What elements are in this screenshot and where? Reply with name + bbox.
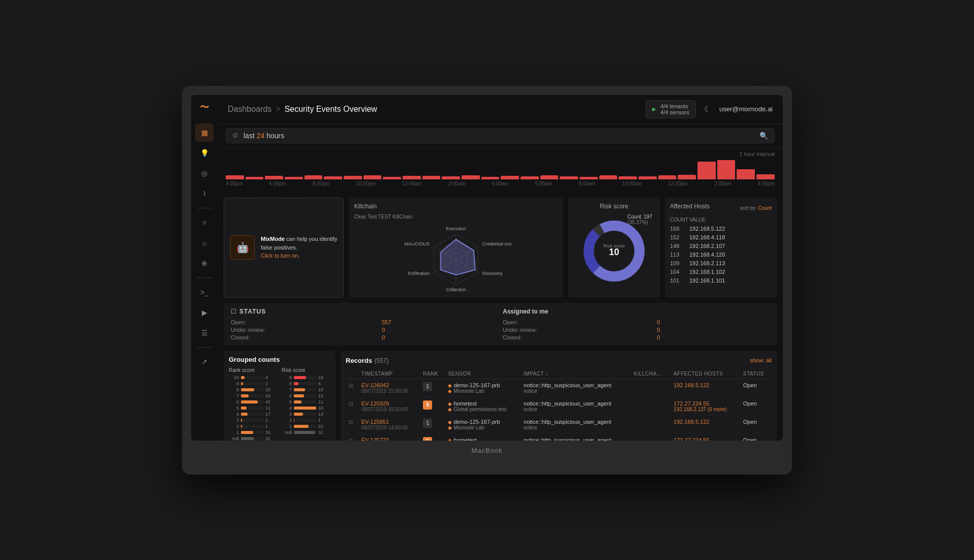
bottom-section: Grouped counts Rank score 10492833716642… [224,351,777,441]
event-link[interactable]: EV-125851 [361,419,417,425]
table-row: ⧉ EV-125770 08/07/2019 14:00:00 5 ◆ home… [346,433,772,441]
breadcrumb: Dashboards > Security Events Overview [228,105,377,114]
ai-cta[interactable]: Click to turn on. [261,253,299,259]
svg-text:Credential Access: Credential Access [482,241,512,246]
timeline-bar [383,177,401,179]
risk-bar-row: 615 [282,393,330,398]
rank-badge: 1 [423,382,432,391]
timestamp-cell: EV-125770 08/07/2019 14:00:00 [358,433,420,441]
timeline-label: 4:00pm [226,181,242,186]
svg-text:MALICIOUS: MALICIOUS [405,241,430,246]
ai-text: MixMode can help you identifyfalse posit… [261,235,337,260]
sidebar-item-circle[interactable]: ◎ [195,164,214,182]
sidebar-divider-3 [197,347,212,348]
search-query[interactable]: last 24 hours [244,132,754,140]
killchain-title: Killchain [354,203,558,210]
sensor-cell: ◆ demo-125-167-prb ◆ Mixmode Lab [445,379,521,397]
timeline-bar [580,177,598,179]
header-right: ▶ 4/4 tenants 4/4 sensors ☾ user@mixmode… [646,100,773,118]
event-link[interactable]: EV-125770 [361,437,417,441]
col-killchain: KILLCHA... [630,369,671,379]
risk-bar-row: 314 [282,412,330,417]
timeline-bar [285,177,303,179]
sidebar-item-export[interactable]: ↗ [195,353,214,371]
col-count: COUNT [670,217,685,223]
rank-badge: 5 [423,400,432,410]
sidebar-item-insights[interactable]: 💡 [195,144,214,162]
sidebar-divider-1 [197,208,212,208]
event-link[interactable]: EV-126042 [361,382,417,388]
status-grid: Open: 557 Under review: 0 Closed: 0 [231,319,498,340]
hosts-cell: 192.168.5.122 [671,379,740,397]
sidebar-item-trend[interactable]: ⌇ [195,184,214,203]
search-highlight: 24 [257,132,265,140]
col-impact: IMPACT ↓ [521,369,630,379]
affected-header: Affected Hosts sort by: Count [670,203,772,214]
risk-score-title: Risk score [282,367,330,373]
settings-icon[interactable]: ⚙ [232,132,238,139]
sidebar-item-globe[interactable]: ⊕ [195,254,214,272]
closed-label: Closed: [231,334,372,340]
rank-badge: 5 [423,437,432,441]
timeline-bar [481,177,500,179]
sensor-cell: ◆ hometest ◆ Global permissions test [445,433,521,441]
impact-cell: notice::http_suspicious_user_agent notic… [521,379,630,397]
rank-bar-row: 511 [229,406,278,411]
killchain-panel: Killchain Clear Text TEST KillChain [349,198,563,298]
copy-icon[interactable]: ⧉ [349,419,353,426]
col-value: VALUE [689,217,772,223]
sidebar-item-filter[interactable]: ▿ [195,213,214,232]
timeline-label: 8:00am [579,181,595,186]
col-rank: RANK [420,369,445,379]
svg-text:Exfiltration: Exfiltration [408,271,430,276]
svg-text:Collection: Collection [446,287,466,292]
assigned-ur-label: Under review: [503,327,647,333]
timeline-bar [658,175,677,179]
rank-cell: 1 [420,415,445,433]
sidebar-item-console[interactable]: >_ [195,283,214,301]
timeline-label: 8:00pm [313,181,329,186]
assigned-open-val: 0 [657,319,770,325]
timeline-label: 6:00am [535,181,552,186]
timeline-area: 1 hour interval 4:00pm6:00pm8:00pm10:00p… [218,148,783,192]
rank-bars: 104928337166425114173121130null31 [229,375,278,441]
timeline-bar [305,175,323,179]
copy-icon[interactable]: ⧉ [349,437,353,441]
status-title: STATUS [239,308,266,315]
risk-bar-row: 86 [282,381,330,386]
show-value[interactable]: all [766,357,772,363]
sidebar-item-play[interactable]: ▶ [195,303,214,322]
ai-banner[interactable]: 🤖 MixMode can help you identifyfalse pos… [224,198,344,298]
tenant-badge[interactable]: ▶ 4/4 tenants 4/4 sensors [646,100,696,118]
timeline-bar [442,176,460,179]
user-email: user@mixmode.ai [719,105,773,113]
closed-val: 0 [382,334,498,340]
timeline-label: 12:00pm [668,181,688,186]
sensor-cell: ◆ demo-125-167-prb ◆ Mixmode Lab [445,415,521,433]
timeline-bar [599,175,618,179]
rank-badge: 1 [423,419,432,428]
risk-bar-row: 511 [282,399,330,405]
copy-icon[interactable]: ⧉ [349,400,353,408]
sidebar-item-list[interactable]: ☰ [195,324,214,342]
sidebar-item-dashboard[interactable]: ▦ [195,123,214,142]
records-header: Records (557) show: all [346,356,772,365]
risk-bars: 9188671661551143331421122null31 [282,375,330,435]
event-link[interactable]: EV-125929 [361,400,417,407]
sidebar-item-network[interactable]: ⌂ [195,234,214,252]
rank-bar-row: 833 [229,387,278,392]
search-bar[interactable]: ⚙ last 24 hours 🔍 [226,128,775,143]
risk-title: Risk score [600,203,628,210]
timeline-bar [501,176,519,179]
rank-cell: 5 [420,397,445,415]
copy-icon[interactable]: ⧉ [349,382,353,389]
killchain-cell [630,379,671,397]
affected-sort[interactable]: sort by: Count [740,205,772,211]
timeline-bar [560,176,578,179]
affected-hosts-panel: Affected Hosts sort by: Count COUNT VALU… [665,198,777,298]
status-cell: Open [740,415,772,433]
timeline-label: 12:00am [402,181,422,186]
theme-toggle-icon[interactable]: ☾ [704,104,711,114]
search-magnify-icon[interactable]: 🔍 [759,132,768,140]
ai-icon: 🤖 [230,235,255,260]
